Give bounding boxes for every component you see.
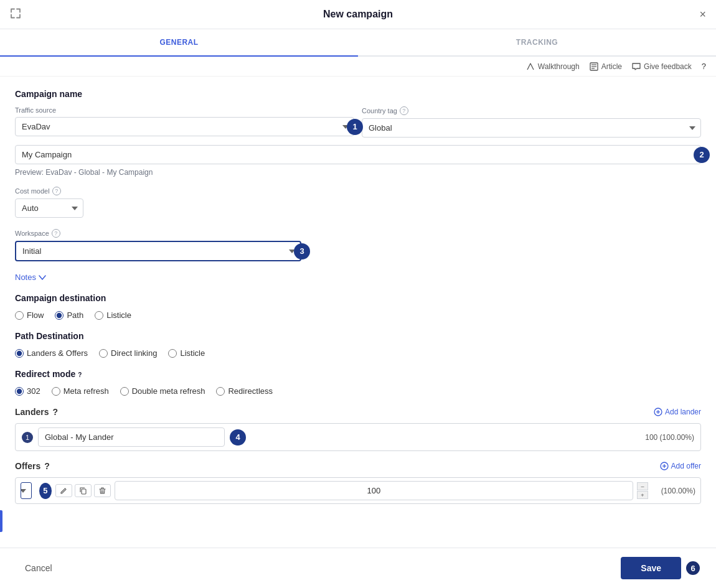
help-icon[interactable]: ?	[702, 62, 706, 71]
path-destination-label: Path Destination	[15, 331, 701, 341]
redirect-302[interactable]: 302	[15, 386, 40, 396]
weight-plus-button[interactable]: +	[637, 491, 648, 499]
path-dest-direct[interactable]: Direct linking	[99, 348, 157, 358]
redirect-radio-group: 302 Meta refresh Double meta refresh Red…	[15, 386, 701, 396]
destination-path-radio[interactable]	[55, 311, 64, 320]
country-tag-help-icon[interactable]: ?	[400, 106, 408, 115]
redirect-meta[interactable]: Meta refresh	[52, 386, 109, 396]
offer-delete-button[interactable]	[94, 484, 111, 497]
campaign-preview: Preview: EvaDav - Global - My Campaign	[15, 168, 701, 177]
destination-listicle[interactable]: Listicle	[95, 310, 131, 320]
article-button[interactable]: Article	[590, 62, 622, 71]
campaign-destination-label: Campaign destination	[15, 293, 701, 303]
path-dest-landers-radio[interactable]	[15, 349, 24, 358]
workspace-select[interactable]: Initial	[15, 241, 301, 261]
traffic-source-label: Traffic source	[15, 106, 354, 114]
redirect-meta-radio[interactable]	[52, 387, 60, 396]
step-badge-2: 2	[694, 147, 710, 163]
redirect-help-icon[interactable]: ?	[78, 371, 82, 378]
offer-percentage: (100.00%)	[652, 487, 695, 495]
tabs-bar: GENERAL TRACKING	[0, 29, 716, 57]
redirect-302-radio[interactable]	[15, 387, 24, 396]
add-lander-button[interactable]: Add lander	[654, 408, 701, 416]
destination-listicle-radio[interactable]	[95, 311, 103, 320]
redirect-double-meta-radio[interactable]	[120, 387, 129, 396]
lander-number: 1	[22, 432, 33, 443]
redirect-double-meta[interactable]: Double meta refresh	[120, 386, 205, 396]
destination-path[interactable]: Path	[55, 310, 83, 320]
redirect-mode-label: Redirect mode ?	[15, 369, 701, 379]
step-badge-1: 1	[347, 119, 363, 135]
step-badge-5: 5	[39, 483, 52, 499]
destination-flow[interactable]: Flow	[15, 310, 44, 320]
walkthrough-button[interactable]: Walkthrough	[526, 62, 580, 71]
close-button[interactable]: ×	[699, 8, 706, 21]
notes-toggle[interactable]: Notes	[15, 273, 701, 282]
path-dest-radio-group: Landers & Offers Direct linking Listicle	[15, 348, 701, 358]
help-toolbar: Walkthrough Article Give feedback ?	[0, 57, 716, 77]
offer-actions	[55, 484, 111, 497]
landers-label-group: Landers ?	[15, 407, 58, 417]
lander-name-input[interactable]	[38, 427, 225, 447]
modal-title: New campaign	[323, 9, 393, 20]
redirect-redirectless[interactable]: Redirectless	[216, 386, 273, 396]
save-button[interactable]: Save	[621, 557, 681, 579]
destination-flow-radio[interactable]	[15, 311, 24, 320]
cancel-button[interactable]: Cancel	[15, 558, 62, 578]
modal-footer: Cancel Save 6	[0, 548, 716, 588]
step-badge-4: 4	[230, 429, 246, 446]
cost-model-label: Cost model ?	[15, 187, 701, 195]
tab-general[interactable]: GENERAL	[0, 29, 358, 57]
cost-model-help-icon[interactable]: ?	[52, 187, 61, 195]
destination-radio-group: Flow Path Listicle	[15, 310, 701, 320]
offer-edit-button[interactable]	[55, 484, 72, 497]
redirect-redirectless-radio[interactable]	[216, 387, 225, 396]
path-dest-listicle-radio[interactable]	[168, 349, 177, 358]
lander-weight: 100 (100.00%)	[645, 433, 694, 442]
feedback-button[interactable]: Give feedback	[632, 62, 692, 71]
offers-section-header: Offers ? Add offer	[15, 461, 701, 471]
landers-section-header: Landers ? Add lander	[15, 407, 701, 417]
tab-tracking[interactable]: TRACKING	[358, 29, 716, 57]
accent-bar	[0, 510, 2, 532]
add-offer-button[interactable]: Add offer	[660, 462, 701, 470]
campaign-name-section: Campaign name	[15, 89, 701, 99]
offer-row: Global - My offer 5 – + (100.00%)	[15, 477, 701, 504]
workspace-label: Workspace ?	[15, 229, 701, 238]
weight-minus-button[interactable]: –	[637, 482, 648, 490]
traffic-source-select[interactable]: EvaDav	[15, 117, 354, 136]
offer-copy-button[interactable]	[75, 484, 92, 497]
svg-rect-10	[82, 489, 86, 494]
step-badge-6: 6	[685, 560, 701, 576]
offer-select[interactable]: Global - My offer	[21, 482, 32, 499]
campaign-name-input[interactable]	[15, 145, 701, 164]
step-badge-3: 3	[294, 243, 310, 259]
offers-help-icon[interactable]: ?	[44, 461, 50, 471]
offers-label-group: Offers ?	[15, 461, 50, 471]
lander-row: 1 4 100 (100.00%)	[15, 423, 701, 451]
form-content: Campaign name Traffic source EvaDav 1 Co…	[0, 77, 716, 565]
path-dest-landers[interactable]: Landers & Offers	[15, 348, 88, 358]
expand-button[interactable]	[10, 8, 21, 21]
country-tag-select[interactable]: Global	[362, 118, 701, 138]
path-dest-listicle[interactable]: Listicle	[168, 348, 205, 358]
cost-model-select[interactable]: Auto CPC CPM	[15, 198, 83, 218]
country-tag-label: Country tag ?	[362, 106, 701, 115]
landers-help-icon[interactable]: ?	[52, 407, 58, 417]
workspace-help-icon[interactable]: ?	[52, 229, 60, 238]
path-dest-direct-radio[interactable]	[99, 349, 108, 358]
weight-stepper: – +	[637, 482, 648, 499]
offer-weight-input[interactable]	[115, 481, 633, 500]
